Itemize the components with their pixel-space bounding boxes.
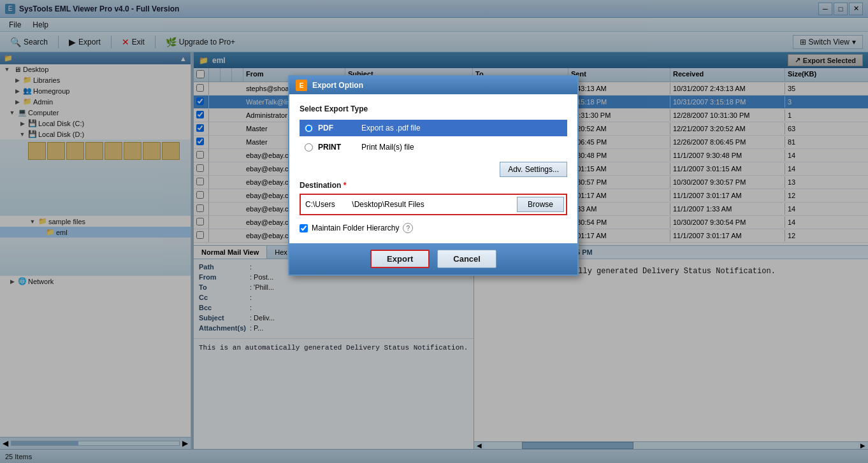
adv-settings-button[interactable]: Adv. Settings... xyxy=(500,162,567,177)
print-option[interactable]: PRINT Print Mail(s) file xyxy=(300,139,567,155)
maintain-folder-checkbox[interactable] xyxy=(300,224,308,232)
maintain-folder-label: Maintain Folder Hierarchy xyxy=(312,224,399,232)
required-marker: * xyxy=(344,181,347,190)
select-export-type-label: Select Export Type xyxy=(300,104,567,113)
export-button-modal[interactable]: Export xyxy=(370,250,430,268)
modal-title-icon: E xyxy=(296,80,307,91)
pdf-option[interactable]: PDF Export as .pdf file xyxy=(300,120,567,136)
destination-input[interactable] xyxy=(303,198,514,211)
destination-label: Destination * xyxy=(300,181,567,190)
export-option-dialog: E Export Option Select Export Type PDF E… xyxy=(288,75,579,276)
adv-settings-row: Adv. Settings... xyxy=(300,162,567,177)
maintain-folder-row: Maintain Folder Hierarchy ? xyxy=(300,223,567,233)
destination-row: Browse xyxy=(300,194,567,215)
modal-title-bar: E Export Option xyxy=(289,76,577,94)
modal-title-text: Export Option xyxy=(312,81,363,90)
modal-overlay: E Export Option Select Export Type PDF E… xyxy=(0,0,868,463)
print-radio[interactable] xyxy=(305,143,313,152)
pdf-radio[interactable] xyxy=(305,124,313,132)
modal-body: Select Export Type PDF Export as .pdf fi… xyxy=(289,94,577,243)
browse-button[interactable]: Browse xyxy=(517,197,564,212)
help-icon[interactable]: ? xyxy=(403,223,413,233)
cancel-button-modal[interactable]: Cancel xyxy=(437,250,496,268)
modal-footer: Export Cancel xyxy=(289,243,577,274)
